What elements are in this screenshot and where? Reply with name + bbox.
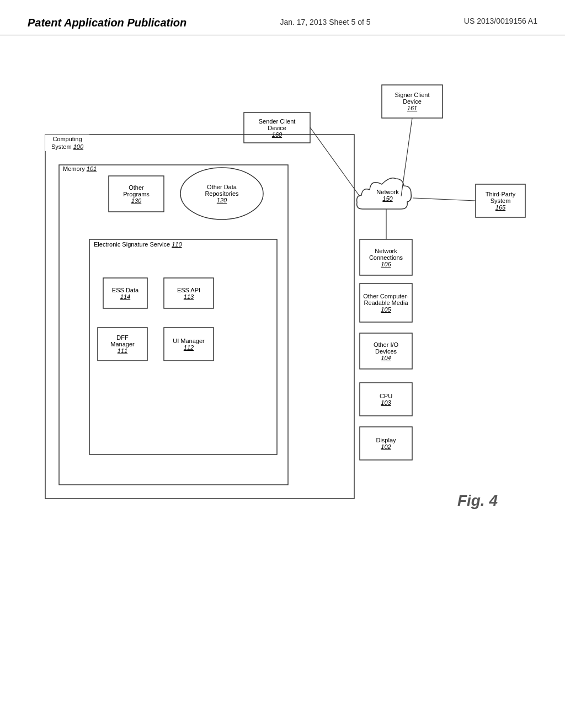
svg-line-20 [413,198,476,201]
publication-title: Patent Application Publication [28,17,186,29]
display-box: Display102 [360,427,412,460]
fig-label: Fig. 4 [457,492,498,510]
publication-number: US 2013/0019156 A1 [464,17,537,25]
cpu-box: CPU103 [360,383,412,416]
page-header: Patent Application Publication Jan. 17, … [0,0,565,35]
sender-client-box: Sender ClientDevice 160 [244,113,310,143]
signer-client-box: Signer ClientDevice 161 [382,85,443,118]
computing-system-label: Computing System 100 [45,135,89,151]
other-data-repos-label: Other DataRepositories120 [180,168,263,220]
ess-label: Electronic Signature Service 110 [94,241,182,248]
memory-label: Memory 101 [63,165,97,172]
third-party-box: Third-PartySystem 165 [476,184,525,217]
ui-manager-box: UI Manager112 [164,328,214,361]
publication-date: Jan. 17, 2013 Sheet 5 of 5 [280,17,370,28]
ess-api-box: ESS API113 [164,278,214,308]
svg-line-18 [310,127,360,196]
dff-manager-box: DFFManager111 [98,328,147,361]
ess-data-box: ESS Data114 [103,278,147,308]
network-cloud-label: Network150 [361,180,414,210]
network-connections-box: NetworkConnections106 [360,239,412,275]
other-crm-box: Other Computer-Readable Media105 [360,283,412,322]
other-io-box: Other I/ODevices 104 [360,333,412,369]
other-programs-box: OtherPrograms130 [109,176,164,212]
diagram-area: Computing System 100 Memory 101 Electron… [34,57,531,609]
